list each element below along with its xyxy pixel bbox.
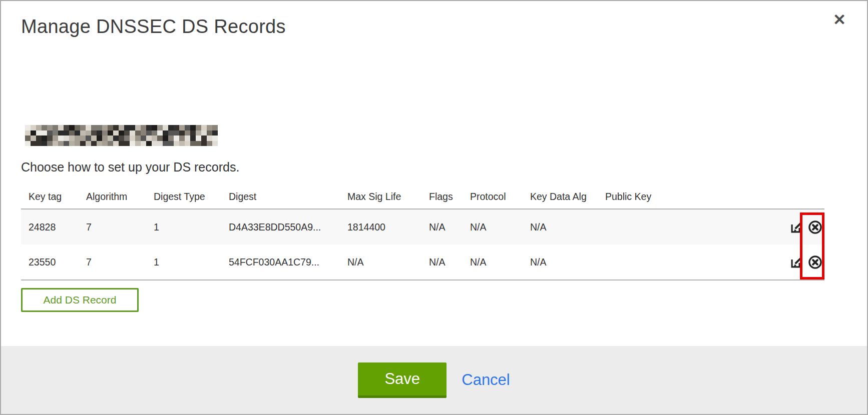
cell-key-tag: 24828: [21, 209, 79, 244]
column-header-digest: Digest: [221, 185, 340, 209]
table-row: 23550 7 1 54FCF030AA1C79... N/A N/A N/A …: [21, 244, 824, 280]
cell-public-key: [598, 244, 775, 280]
cell-key-data-alg: N/A: [523, 209, 598, 244]
cancel-link[interactable]: Cancel: [462, 371, 510, 389]
cell-digest-type: 1: [146, 209, 221, 244]
cell-max-sig-life: N/A: [340, 244, 421, 280]
column-header-flags: Flags: [421, 185, 463, 209]
cell-digest: 54FCF030AA1C79...: [221, 244, 340, 280]
column-header-max-sig-life: Max Sig Life: [340, 185, 421, 209]
cell-public-key: [598, 209, 775, 244]
column-header-digest-type: Digest Type: [146, 185, 221, 209]
cell-max-sig-life: 1814400: [340, 209, 421, 244]
column-header-public-key: Public Key: [598, 185, 775, 209]
cell-key-tag: 23550: [21, 244, 79, 280]
column-header-key-data-alg: Key Data Alg: [523, 185, 598, 209]
column-header-key-tag: Key tag: [21, 185, 79, 209]
column-header-protocol: Protocol: [463, 185, 523, 209]
column-header-actions: [775, 185, 824, 209]
cell-flags: N/A: [421, 244, 463, 280]
dialog-title: Manage DNSSEC DS Records: [21, 16, 286, 38]
edit-record-icon[interactable]: [789, 255, 804, 270]
setup-instruction-text: Choose how to set up your DS records.: [21, 160, 239, 174]
cell-digest-type: 1: [146, 244, 221, 280]
dialog-footer: Save Cancel: [1, 346, 867, 414]
edit-record-icon[interactable]: [789, 220, 804, 234]
cell-protocol: N/A: [463, 209, 523, 244]
cell-digest: D4A33E8DD550A9...: [221, 209, 340, 244]
add-ds-record-button[interactable]: Add DS Record: [21, 288, 139, 312]
row-actions: [775, 244, 824, 280]
cell-algorithm: 7: [79, 244, 146, 280]
close-icon[interactable]: ✕: [833, 12, 846, 28]
domain-name-redacted: [25, 125, 218, 146]
save-button[interactable]: Save: [358, 362, 447, 398]
manage-dnssec-dialog: Manage DNSSEC DS Records ✕ Choose how to…: [0, 0, 868, 415]
cell-flags: N/A: [421, 209, 463, 244]
column-header-algorithm: Algorithm: [79, 185, 146, 209]
table-row: 24828 7 1 D4A33E8DD550A9... 1814400 N/A …: [21, 209, 824, 244]
table-header-row: Key tag Algorithm Digest Type Digest Max…: [21, 185, 824, 209]
cell-protocol: N/A: [463, 244, 523, 280]
delete-record-icon[interactable]: [808, 220, 822, 234]
ds-records-table: Key tag Algorithm Digest Type Digest Max…: [21, 185, 824, 280]
delete-record-icon[interactable]: [808, 255, 822, 270]
cell-algorithm: 7: [79, 209, 146, 244]
row-actions: [775, 209, 824, 244]
cell-key-data-alg: N/A: [523, 244, 598, 280]
